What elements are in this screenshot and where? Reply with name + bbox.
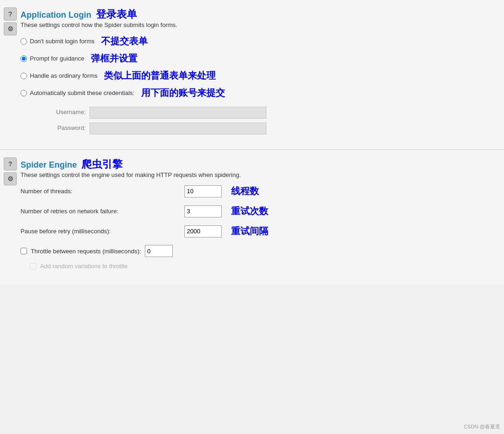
- retries-label: Number of retries on network failure:: [20, 208, 179, 215]
- radio-item-no-submit: Don't submit login forms 不提交表单: [20, 35, 500, 47]
- throttle-checkbox[interactable]: [20, 248, 27, 254]
- threads-annotation: 线程数: [231, 185, 259, 197]
- retries-row: Number of retries on network failure: 重试…: [20, 205, 500, 217]
- radio-group: Don't submit login forms 不提交表单 Prompt fo…: [20, 35, 500, 99]
- radio-label-prompt: Prompt for guidance: [30, 55, 84, 62]
- pause-row: Pause before retry (milliseconds): 重试间隔: [20, 225, 500, 237]
- help-icon-engine[interactable]: ?: [4, 157, 17, 170]
- pause-annotation: 重试间隔: [231, 225, 268, 237]
- throttle-input[interactable]: [145, 245, 173, 257]
- radio-item-ordinary: Handle as ordinary forms 类似上面的普通表单来处理: [20, 69, 500, 82]
- spider-engine-title-group: Spider Engine 爬虫引擎: [20, 157, 500, 171]
- retries-annotation: 重试次数: [231, 205, 268, 217]
- spider-engine-title-en: Spider Engine: [20, 160, 77, 170]
- radio-prompt[interactable]: [20, 55, 27, 62]
- spider-engine-section: ? ⚙ Spider Engine 爬虫引擎 These settings co…: [0, 150, 504, 285]
- settings-icon-engine[interactable]: ⚙: [4, 172, 17, 185]
- radio-auto[interactable]: [20, 90, 27, 96]
- radio-no-submit[interactable]: [20, 38, 27, 45]
- spider-engine-title-cn: 爬虫引擎: [82, 157, 123, 171]
- radio-ordinary[interactable]: [20, 73, 27, 79]
- annotation-ordinary: 类似上面的普通表单来处理: [104, 69, 216, 82]
- radio-label-ordinary: Handle as ordinary forms: [30, 72, 97, 79]
- pause-input[interactable]: [184, 225, 222, 237]
- pause-label: Pause before retry (milliseconds):: [20, 228, 179, 235]
- spider-engine-description: These settings control the engine used f…: [20, 171, 500, 178]
- throttle-label: Throttle between requests (milliseconds)…: [31, 248, 141, 255]
- threads-input[interactable]: [184, 185, 222, 197]
- threads-label: Number of threads:: [20, 188, 179, 195]
- spider-engine-content: Spider Engine 爬虫引擎 These settings contro…: [19, 157, 500, 270]
- spider-engine-header: ? ⚙ Spider Engine 爬虫引擎 These settings co…: [0, 157, 504, 273]
- watermark: CSDN @春夏里: [464, 423, 500, 430]
- random-throttle-checkbox: [30, 263, 36, 270]
- password-input[interactable]: [89, 122, 266, 135]
- app-login-title-en: Application Login: [20, 10, 91, 20]
- app-login-header: ? ⚙ Application Login 登录表单 These setting…: [0, 7, 504, 138]
- username-input[interactable]: [89, 107, 266, 119]
- help-icon[interactable]: ?: [4, 7, 17, 20]
- username-label: Username:: [30, 107, 86, 119]
- app-login-title-group: Application Login 登录表单: [20, 7, 500, 21]
- random-throttle-label: Add random variations to throttle: [40, 263, 128, 270]
- throttle-row: Throttle between requests (milliseconds)…: [20, 245, 500, 257]
- annotation-no-submit: 不提交表单: [101, 35, 148, 47]
- threads-row: Number of threads: 线程数: [20, 185, 500, 197]
- spider-engine-icons: ? ⚙: [4, 157, 17, 185]
- radio-item-prompt: Prompt for guidance 弹框并设置: [20, 52, 500, 65]
- radio-item-auto: Automatically submit these credentials: …: [20, 87, 500, 99]
- app-login-content: Application Login 登录表单 These settings co…: [19, 7, 500, 135]
- credentials-grid: Username: Password:: [30, 107, 500, 135]
- radio-label-no-submit: Don't submit login forms: [30, 38, 95, 45]
- random-throttle-row: Add random variations to throttle: [30, 263, 500, 270]
- app-login-section: ? ⚙ Application Login 登录表单 These setting…: [0, 0, 504, 150]
- app-login-description: These settings control how the Spider su…: [20, 21, 500, 28]
- annotation-auto: 用下面的账号来提交: [141, 87, 225, 99]
- radio-label-auto: Automatically submit these credentials:: [30, 89, 135, 96]
- annotation-prompt: 弹框并设置: [91, 52, 137, 65]
- app-login-title-cn: 登录表单: [96, 7, 137, 21]
- retries-input[interactable]: [184, 205, 222, 217]
- app-login-icons: ? ⚙: [4, 7, 17, 35]
- password-label: Password:: [30, 122, 86, 135]
- settings-icon[interactable]: ⚙: [4, 22, 17, 35]
